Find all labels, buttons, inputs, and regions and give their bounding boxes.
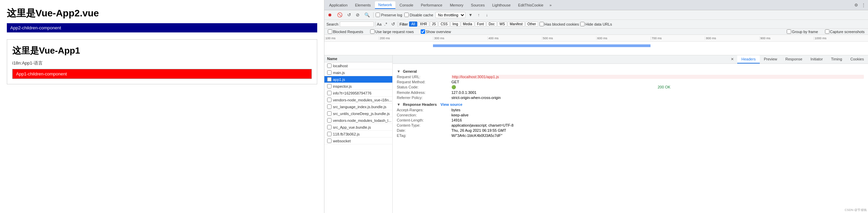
list-item-selected[interactable]: app1.js (324, 76, 392, 83)
list-item[interactable]: websocket (324, 138, 392, 144)
tab-editthiscookie[interactable]: EditThisCookie (515, 2, 547, 9)
more-options-icon[interactable]: ⋮ (860, 2, 867, 8)
filter-media[interactable]: Media (461, 22, 474, 27)
has-blocked-cookies-label[interactable]: Has blocked cookies (540, 22, 579, 26)
tab-sources[interactable]: Sources (467, 2, 488, 9)
connection-row: Connection: keep-alive (397, 113, 864, 117)
app1-section: 这里是Vue-App1 i18n:App1-语言 App1-children-c… (7, 39, 317, 84)
list-item[interactable]: vendors-node_modules_vue-i18n... (324, 97, 392, 103)
tab-lighthouse[interactable]: Lighthouse (489, 2, 514, 9)
left-panel: 这里是Vue-App2.vue App2-children-component … (0, 0, 324, 213)
use-large-rows-checkbox[interactable] (370, 29, 375, 34)
filter-doc[interactable]: Doc (487, 22, 497, 27)
item-checkbox[interactable] (327, 98, 332, 102)
filter-manifest[interactable]: Manifest (508, 22, 525, 27)
filter-font[interactable]: Font (475, 22, 486, 27)
timeline-graph[interactable] (324, 42, 868, 55)
tab-console[interactable]: Console (396, 2, 417, 9)
has-blocked-cookies-checkbox[interactable] (540, 22, 544, 26)
show-overview-label[interactable]: Show overview (421, 29, 451, 34)
list-item[interactable]: localhost (324, 62, 392, 69)
show-overview-checkbox[interactable] (421, 29, 425, 34)
filter-ws[interactable]: WS (498, 22, 507, 27)
filter-js[interactable]: JS (430, 22, 438, 27)
hide-data-urls-label[interactable]: Hide data URLs (580, 22, 612, 26)
status-code-value: 200 OK (658, 85, 864, 89)
item-checkbox[interactable] (327, 104, 332, 109)
filter-all[interactable]: All (409, 22, 417, 27)
etag-value: W/"3A4c-1bIcK4b0fJ3A5c7dF" (451, 133, 864, 138)
list-item[interactable]: main.js (324, 69, 392, 76)
tab-application[interactable]: Application (326, 2, 351, 9)
record-button[interactable]: ⏺ (326, 12, 334, 18)
list-item[interactable]: vendors-node_modules_lodash_l... (324, 117, 392, 124)
mark-1000ms: 1000 ms (814, 37, 868, 40)
filter-other[interactable]: Other (526, 22, 538, 27)
list-item[interactable]: src_untils_cloneDeep_js.bundle.js (324, 110, 392, 117)
separator-aa (375, 22, 376, 27)
preserve-log-checkbox[interactable] (376, 13, 380, 17)
settings-icon[interactable]: ⚙ (853, 2, 859, 8)
tab-elements[interactable]: Elements (352, 2, 374, 9)
tab-performance[interactable]: Performance (417, 2, 446, 9)
separator-filter (398, 22, 398, 27)
clear-button[interactable]: 🚫 (336, 12, 344, 18)
item-checkbox[interactable] (327, 139, 332, 143)
group-by-frame-label[interactable]: Group by frame (787, 29, 818, 34)
tab-network[interactable]: Network (375, 1, 395, 9)
use-large-rows-label[interactable]: Use large request rows (370, 29, 414, 34)
aa-toggle[interactable]: Aa (377, 22, 381, 26)
blocked-requests-label[interactable]: Blocked Requests (328, 29, 363, 34)
detail-tabs: ✕ Headers Preview Response Initiator Tim… (393, 55, 868, 64)
item-checkbox[interactable] (327, 63, 332, 68)
refresh-filter-button[interactable]: ↺ (390, 21, 396, 27)
throttle-down-icon[interactable]: ▼ (467, 12, 474, 18)
toolbar-separator-1 (373, 12, 374, 18)
fetch-button[interactable]: ↺ (346, 12, 352, 18)
capture-screenshots-checkbox[interactable] (825, 29, 829, 34)
import-icon[interactable]: ↑ (476, 12, 482, 18)
list-item[interactable]: src_App_vue.bundle.js (324, 124, 392, 131)
preserve-log-label[interactable]: Preserve log (376, 13, 402, 17)
detail-tab-cookies[interactable]: Cookies (846, 55, 868, 63)
detail-tab-response[interactable]: Response (781, 55, 807, 63)
filter-img[interactable]: Img (450, 22, 460, 27)
item-checkbox[interactable] (327, 118, 332, 123)
search-label: Search (326, 22, 338, 26)
blocked-requests-checkbox[interactable] (328, 29, 332, 34)
item-checkbox[interactable] (327, 91, 332, 95)
detail-tab-headers[interactable]: Headers (737, 55, 760, 63)
item-checkbox[interactable] (327, 77, 332, 82)
filter-css[interactable]: CSS (438, 22, 450, 27)
disable-cache-label[interactable]: Disable cache (404, 13, 433, 17)
disable-cache-checkbox[interactable] (404, 13, 409, 17)
item-checkbox[interactable] (327, 70, 332, 75)
filter-xhr[interactable]: XHR (418, 22, 429, 27)
item-checkbox[interactable] (327, 132, 332, 136)
view-source-link[interactable]: View source (440, 102, 462, 106)
item-checkbox[interactable] (327, 125, 332, 129)
detail-tab-initiator[interactable]: Initiator (807, 55, 827, 63)
more-tabs-button[interactable]: » (547, 2, 554, 9)
item-checkbox[interactable] (327, 84, 332, 88)
response-headers-arrow: ▼ (397, 102, 401, 106)
item-checkbox[interactable] (327, 111, 332, 116)
detail-tab-timing[interactable]: Timing (827, 55, 846, 63)
tab-memory[interactable]: Memory (446, 2, 467, 9)
filter-icon-button[interactable]: ⊘ (354, 12, 361, 18)
export-icon[interactable]: ↓ (484, 12, 490, 18)
list-item[interactable]: 118.fb73b062.js (324, 131, 392, 138)
detail-close-button[interactable]: ✕ (727, 55, 737, 63)
regex-button[interactable]: .* (383, 21, 389, 27)
group-by-frame-checkbox[interactable] (787, 29, 791, 34)
general-section-title: ▼ General (397, 69, 864, 73)
hide-data-urls-checkbox[interactable] (580, 22, 585, 26)
list-item[interactable]: src_language_index.js.bundle.js (324, 103, 392, 110)
capture-screenshots-label[interactable]: Capture screenshots (825, 29, 865, 34)
list-item[interactable]: inspector.js (324, 83, 392, 90)
search-button[interactable]: 🔍 (363, 12, 371, 18)
list-item[interactable]: info?t=1629958794776 (324, 90, 392, 97)
throttling-select[interactable]: No throttling (435, 12, 465, 18)
search-input[interactable] (340, 22, 374, 27)
detail-tab-preview[interactable]: Preview (760, 55, 781, 63)
